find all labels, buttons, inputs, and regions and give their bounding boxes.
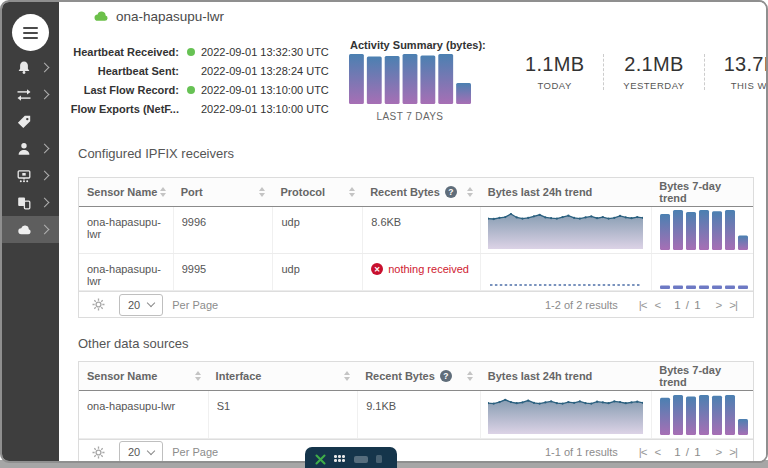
sort-icon (467, 371, 473, 381)
column-header-sensor-name[interactable]: Sensor Name (79, 362, 208, 390)
bell-icon (16, 60, 32, 76)
sidebar-item-users[interactable] (2, 135, 59, 162)
help-icon[interactable]: ? (440, 370, 452, 382)
column-header-recent-bytes[interactable]: Recent Bytes ? (362, 178, 480, 206)
column-header-sensor-name[interactable]: Sensor Name (79, 178, 173, 206)
prev-page-button[interactable]: < (650, 446, 664, 458)
menu-button[interactable] (12, 14, 49, 51)
chevron-right-icon (40, 144, 50, 154)
sort-icon (160, 187, 166, 197)
table-header-row: Sensor Name Interface Recent Bytes ? Byt… (79, 362, 753, 391)
gear-icon[interactable] (91, 445, 106, 460)
bar-trend-chart (660, 210, 748, 250)
next-page-button[interactable]: > (712, 299, 726, 311)
area-trend-chart (488, 211, 643, 249)
sidebar-item-tags[interactable] (2, 108, 59, 135)
column-header-recent-bytes[interactable]: Recent Bytes ? (357, 362, 480, 390)
help-icon[interactable]: ? (445, 186, 457, 198)
sort-icon (349, 187, 355, 197)
screen: ona-hapasupu-lwr Heartbeat Received: 202… (0, 0, 768, 468)
green-x-icon[interactable] (315, 454, 326, 465)
app-window: ona-hapasupu-lwr Heartbeat Received: 202… (0, 0, 768, 463)
table-footer: 20 Per Page 1-1 of 1 results |< < 1 / 1 … (79, 439, 753, 463)
stat-label: TODAY (525, 80, 584, 91)
per-page-label: Per Page (172, 299, 218, 311)
stat-value: 2.1MB (623, 53, 684, 76)
column-header-port[interactable]: Port (173, 178, 273, 206)
stat-value: 13.7MB (724, 53, 768, 76)
page-indicator: 1 / 1 (664, 299, 711, 311)
prev-page-button[interactable]: < (650, 299, 664, 311)
heartbeat-row: Heartbeat Received: 2022-09-01 13:32:30 … (59, 42, 329, 61)
results-count: 1-2 of 2 results (545, 299, 618, 311)
overlay-toolbar (305, 447, 397, 468)
sidebar-item-alerts[interactable] (2, 54, 59, 81)
sort-icon (467, 187, 473, 197)
column-header-24h-trend: Bytes last 24h trend (480, 178, 651, 206)
section-title-ipfix: Configured IPFIX receivers (78, 146, 234, 161)
page-size-dropdown[interactable]: 20 (119, 441, 163, 463)
page-indicator: 1 / 1 (664, 446, 711, 458)
cell-recent-bytes: ✕ nothing received (362, 254, 480, 290)
activity-summary-title: Activity Summary (bytes): (350, 39, 486, 51)
stat-value: 1.1MB (525, 53, 584, 76)
stat-this-week: 13.7MB THIS WEEK (705, 53, 768, 91)
heartbeat-label: Flow Exports (NetF... (59, 103, 179, 115)
other-data-sources-table: Sensor Name Interface Recent Bytes ? Byt… (78, 361, 754, 463)
cell-sensor-name: ona-hapasupu-lwr (79, 254, 173, 290)
status-ok-dot (187, 48, 195, 56)
first-page-button[interactable]: |< (635, 446, 651, 458)
cell-protocol: udp (272, 254, 362, 290)
last-page-button[interactable]: >| (725, 446, 741, 458)
cell-recent-bytes: 8.6KB (362, 207, 480, 253)
chevron-right-icon (40, 198, 50, 208)
page-size-dropdown[interactable]: 20 (119, 294, 163, 316)
column-header-7day-trend: Bytes 7-day trend (651, 362, 753, 390)
sidebar (2, 2, 59, 461)
chart-caption: LAST 7 DAYS (349, 111, 471, 122)
per-page-label: Per Page (172, 446, 218, 458)
cell-port: 9995 (173, 254, 273, 290)
heartbeat-row: Heartbeat Sent: 2022-09-01 13:28:24 UTC (59, 61, 329, 80)
page-title: ona-hapasupu-lwr (116, 9, 224, 24)
sensor-header: ona-hapasupu-lwr (92, 9, 224, 24)
stat-label: THIS WEEK (724, 80, 768, 91)
error-status: ✕ nothing received (371, 263, 476, 275)
heartbeat-row: Flow Exports (NetF... 2022-09-01 13:10:0… (59, 99, 329, 118)
heartbeat-label: Last Flow Record: (59, 84, 179, 96)
pagination: |< < 1 / 1 > >| (635, 299, 741, 311)
cell-port: 9996 (173, 207, 273, 253)
column-header-interface[interactable]: Interface (208, 362, 358, 390)
hamburger-icon (23, 27, 38, 29)
first-page-button[interactable]: |< (635, 299, 651, 311)
cell-24h-trend (480, 254, 651, 290)
cell-24h-trend (480, 391, 651, 438)
column-header-protocol[interactable]: Protocol (272, 178, 362, 206)
last-page-button[interactable]: >| (725, 299, 741, 311)
stat-yesterday: 2.1MB YESTERDAY (604, 53, 703, 91)
inactive-tool-icon (354, 456, 368, 463)
table-row: ona-hapasupu-lwr 9996 udp 8.6KB (79, 207, 753, 254)
sort-icon (195, 371, 201, 381)
tag-icon (16, 114, 32, 130)
next-page-button[interactable]: > (712, 446, 726, 458)
sidebar-item-flows[interactable] (2, 81, 59, 108)
ipfix-receivers-table: Sensor Name Port Protocol Recent Bytes ? (78, 177, 754, 318)
cell-7day-trend (651, 254, 753, 290)
chevron-right-icon (40, 225, 50, 235)
sidebar-item-exporters[interactable] (2, 189, 59, 216)
sidebar-item-network[interactable] (2, 162, 59, 189)
user-icon (16, 141, 32, 157)
table-row: ona-hapasupu-lwr 9995 udp ✕ nothing rece… (79, 254, 753, 291)
section-title-other-sources: Other data sources (78, 336, 189, 351)
sidebar-item-sensors-active[interactable] (2, 216, 59, 243)
flat-trend-line (488, 277, 643, 287)
app-grid-icon[interactable] (334, 455, 346, 463)
chevron-right-icon (40, 171, 50, 181)
transfer-icon (16, 87, 32, 103)
status-ok-dot (187, 86, 195, 94)
heartbeat-value: 2022-09-01 13:10:00 UTC (201, 84, 329, 96)
monitor-network-icon (16, 168, 32, 184)
sort-icon (344, 371, 350, 381)
gear-icon[interactable] (91, 297, 106, 312)
